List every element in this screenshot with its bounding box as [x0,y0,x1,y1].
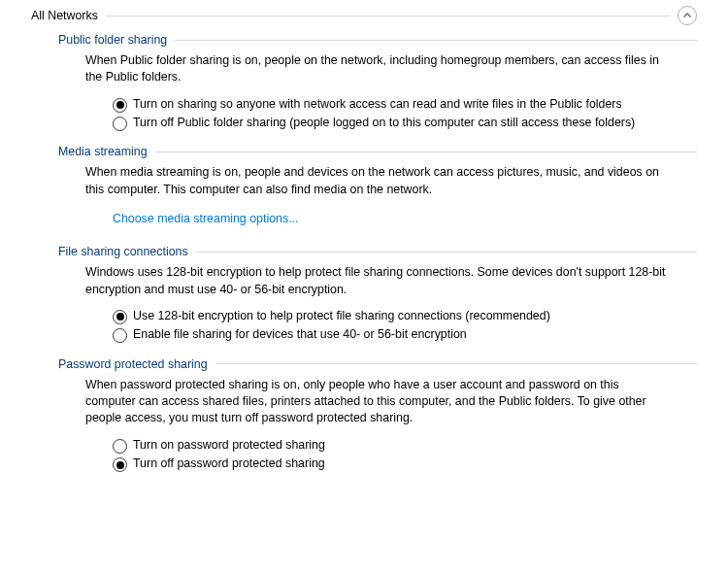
group-title: All Networks [31,9,98,22]
section-description: When media streaming is on, people and d… [85,164,668,198]
section-public-folder-sharing: Public folder sharing When Public folder… [58,33,697,131]
section-media-streaming: Media streaming When media streaming is … [58,145,697,231]
radio-label: Turn off Public folder sharing (people l… [133,115,635,131]
radio-group-file-sharing: Use 128-bit encryption to help protect f… [113,308,693,344]
divider [106,16,670,17]
collapse-button[interactable] [678,6,697,25]
radio-label: Turn off password protected sharing [133,456,325,472]
divider [155,152,697,152]
radio-option-pps-off[interactable]: Turn off password protected sharing [113,456,693,472]
radio-option-pfs-on[interactable]: Turn on sharing so anyone with network a… [113,96,693,113]
radio-icon [113,457,127,472]
radio-label: Enable file sharing for devices that use… [133,326,467,343]
radio-icon [113,310,127,324]
radio-option-128bit[interactable]: Use 128-bit encryption to help protect f… [113,308,693,324]
group-header-all-networks[interactable]: All Networks [31,6,697,25]
radio-option-40or56bit[interactable]: Enable file sharing for devices that use… [113,326,693,343]
section-header: Password protected sharing [58,357,697,371]
section-title: Public folder sharing [58,33,167,47]
radio-icon [113,328,127,343]
radio-option-pfs-off[interactable]: Turn off Public folder sharing (people l… [113,115,693,131]
section-description: Windows uses 128-bit encryption to help … [85,264,668,298]
divider [215,363,697,364]
radio-label: Turn on sharing so anyone with network a… [133,96,622,113]
radio-group-public-folder-sharing: Turn on sharing so anyone with network a… [113,96,693,132]
radio-group-password-sharing: Turn on password protected sharing Turn … [113,437,693,473]
radio-option-pps-on[interactable]: Turn on password protected sharing [113,437,693,454]
radio-icon [113,98,127,113]
section-password-protected-sharing: Password protected sharing When password… [58,357,697,473]
section-title: Password protected sharing [58,357,208,371]
divider [196,252,697,253]
radio-icon [113,117,127,131]
divider [175,40,697,41]
section-title: Media streaming [58,145,148,158]
chevron-up-icon [682,11,692,20]
radio-icon [113,439,127,454]
section-description: When Public folder sharing is on, people… [85,52,668,86]
section-header: File sharing connections [58,245,697,258]
section-description: When password protected sharing is on, o… [85,377,668,427]
section-header: Public folder sharing [58,33,697,47]
section-title: File sharing connections [58,245,188,258]
section-header: Media streaming [58,145,697,158]
radio-label: Turn on password protected sharing [133,437,325,454]
media-streaming-options-link[interactable]: Choose media streaming options... [113,212,298,225]
radio-label: Use 128-bit encryption to help protect f… [133,308,550,324]
section-file-sharing-connections: File sharing connections Windows uses 12… [58,245,697,343]
